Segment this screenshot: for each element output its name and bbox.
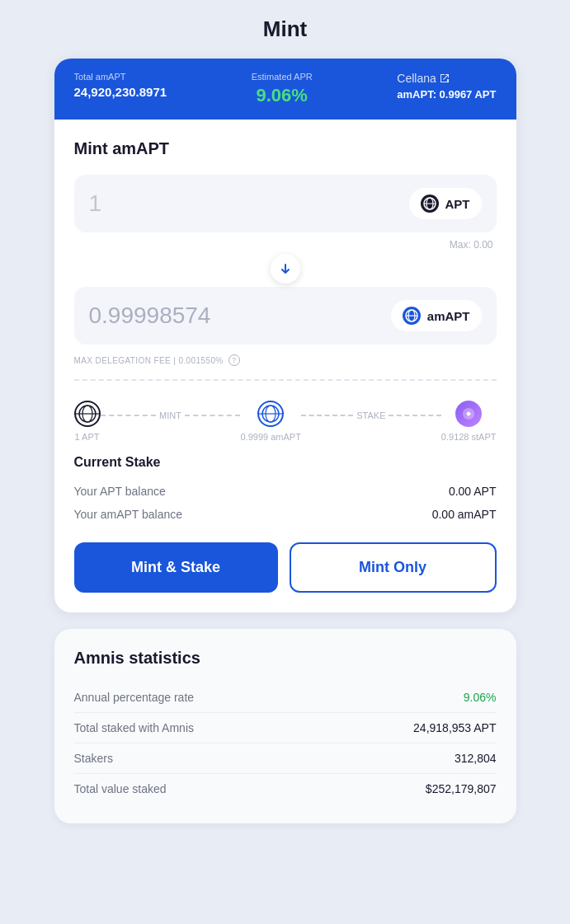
external-link-icon [440,73,450,83]
max-label: Max: 0.00 [74,239,493,251]
flow-steps: 1 APT MINT . 0.9999 amAPT [74,394,497,448]
apt-balance-row: Your APT balance 0.00 APT [74,480,497,503]
stakers-value: 312,804 [455,752,497,765]
apt-balance-value: 0.00 APT [449,485,497,498]
flow-stake-label: STAKE [356,410,385,420]
amapt-token-label: amAPT [427,309,470,323]
page-title: Mint [263,16,307,42]
apr-stats-label: Annual percentage rate [74,691,195,704]
total-amapt-value: 24,920,230.8971 [74,85,167,99]
cellana-value: amAPT: 0.9967 APT [397,88,496,101]
card-body: Mint amAPT 1 APT Max: 0.00 [54,120,516,612]
apt-token-icon [421,195,439,213]
help-icon[interactable]: ? [228,354,240,366]
apr-label: Estimated APR [252,72,313,82]
apr-stats-value: 9.06% [464,691,497,704]
mint-section-title: Mint amAPT [74,139,497,158]
action-buttons: Mint & Stake Mint Only [74,542,497,593]
flow-step3-value: 0.9128 stAPT [441,432,497,442]
apt-balance-label: Your APT balance [74,485,166,498]
cellana-label: Cellana [397,72,436,85]
flow-step2-value: 0.9999 amAPT [240,432,300,442]
apr-stat: Estimated APR 9.06% [252,72,313,106]
flow-stapt-icon [455,401,482,427]
delegation-fee: MAX DELEGATION FEE | 0.001550% ? [74,354,497,366]
flow-apt-icon [74,401,101,427]
swap-arrow [74,254,497,284]
arrow-circle [271,254,300,284]
flow-step-stapt: 0.9128 stAPT [441,401,497,442]
current-stake-section: Current Stake Your APT balance 0.00 APT … [74,455,497,526]
stakers-row: Stakers 312,804 [74,743,497,774]
stats-bar: Total amAPT 24,920,230.8971 Estimated AP… [54,59,516,120]
statistics-card: Amnis statistics Annual percentage rate … [54,629,516,823]
amapt-token-badge: amAPT [391,300,482,331]
amapt-balance-label: Your amAPT balance [74,508,183,521]
stake-title: Current Stake [74,455,497,470]
apt-input-group[interactable]: 1 APT [74,175,497,232]
apr-stats-row: Annual percentage rate 9.06% [74,682,497,713]
total-amapt-stat: Total amAPT 24,920,230.8971 [74,72,167,99]
delegation-fee-label: MAX DELEGATION FEE | 0.001550% [74,356,224,365]
amapt-output-group: 0.99998574 amAPT [74,287,497,345]
total-value-row: Total value staked $252,179,807 [74,774,497,804]
amapt-balance-value: 0.00 amAPT [432,508,497,521]
apr-value: 9.06% [252,85,313,106]
mint-stake-button[interactable]: Mint & Stake [74,542,278,593]
down-arrow-icon [279,262,292,275]
stapt-inner-icon [460,406,477,422]
amapt-output-value: 0.99998574 [89,303,391,329]
stakers-label: Stakers [74,752,113,765]
total-staked-label: Total staked with Amnis [74,721,195,734]
flow-step1-value: 1 APT [75,432,100,442]
total-value-label: Total value staked [74,782,167,795]
statistics-title: Amnis statistics [74,649,497,668]
dashed-separator [74,379,497,381]
apt-token-badge: APT [409,188,482,219]
main-card: Total amAPT 24,920,230.8971 Estimated AP… [54,59,516,612]
total-staked-row: Total staked with Amnis 24,918,953 APT [74,713,497,743]
flow-step-apt: 1 APT [74,401,101,442]
mint-only-button[interactable]: Mint Only [290,542,497,593]
cellana-link[interactable]: Cellana [397,72,496,85]
flow-amapt-icon [257,401,284,427]
cellana-stat: Cellana amAPT: 0.9967 APT [397,72,496,101]
total-staked-value: 24,918,953 APT [413,721,496,734]
apt-token-label: APT [445,197,470,211]
flow-mint-label: MINT [159,410,181,420]
amapt-balance-row: Your amAPT balance 0.00 amAPT [74,503,497,526]
amapt-token-icon [403,307,421,325]
total-amapt-label: Total amAPT [74,72,167,82]
total-value-value: $252,179,807 [426,782,497,795]
apt-input-value[interactable]: 1 [89,190,409,217]
flow-step-amapt: 0.9999 amAPT [240,401,300,442]
